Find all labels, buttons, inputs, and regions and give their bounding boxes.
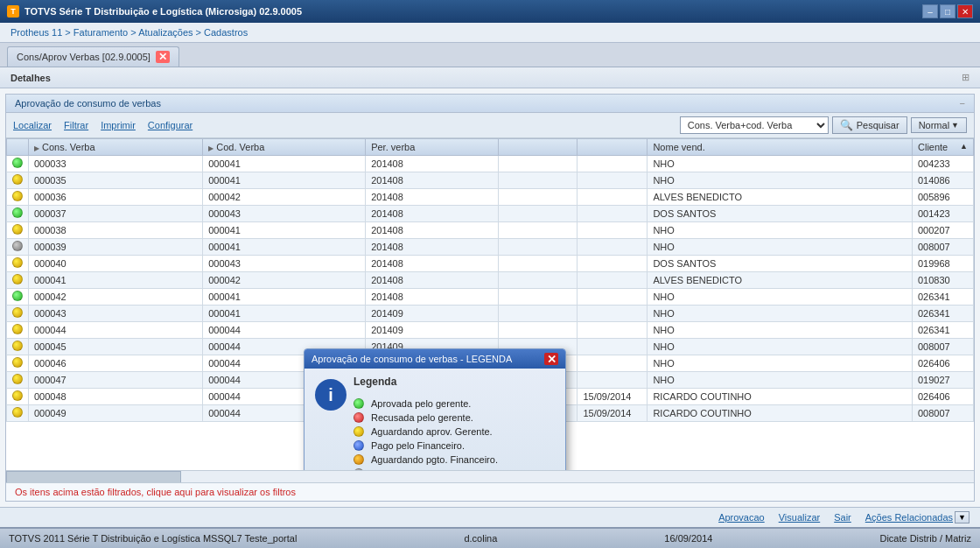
search-button[interactable]: 🔍 Pesquisar [832, 116, 907, 134]
scrollbar-thumb[interactable] [6, 471, 181, 482]
cons-verba-cell: 000036 [29, 189, 203, 206]
sort-icon: ▶ [34, 144, 39, 152]
legend-items: Aprovada pelo gerente. Recusada pelo ger… [354, 397, 555, 470]
status-bar: TOTVS 2011 Série T Distribuição e Logíst… [0, 527, 980, 548]
legend-item-text: Verifique com financeiro. [371, 468, 476, 470]
table-row[interactable]: 000038 000041 201408 NHO 000207 [7, 222, 974, 239]
configurar-button[interactable]: Configurar [148, 120, 192, 130]
type-cell [499, 239, 578, 256]
localizar-button[interactable]: Localizar [13, 120, 52, 130]
per-verba-cell: 201408 [366, 272, 499, 289]
cliente-cell: 014086 [913, 172, 974, 189]
status-cell [7, 222, 29, 239]
legend-dot [354, 412, 364, 423]
status-app: TOTVS 2011 Série T Distribuição e Logíst… [9, 533, 297, 544]
table-row[interactable]: 000040 000043 201408 DOS SANTOS 019968 [7, 256, 974, 272]
type-cell [499, 272, 578, 289]
cons-verba-cell: 000048 [29, 389, 203, 405]
table-header-row: ▶ Cons. Verba ▶ Cod. Verba Per. verba [7, 139, 974, 156]
cod-verba-cell: 000041 [203, 239, 366, 256]
search-combo[interactable]: Cons. Verba+cod. Verba Cons. Verba Cod. … [680, 116, 829, 134]
panel-title: Detalhes [10, 73, 51, 83]
panel-expand-icon[interactable]: ⊞ [962, 72, 970, 83]
acoes-button[interactable]: Ações Relacionadas [865, 512, 953, 523]
dialog-body: i Legenda Aprovada pelo gerente. Recusad… [304, 369, 565, 470]
legend-dot [354, 440, 364, 451]
col-nome-vend-header[interactable]: Nome vend. [648, 139, 913, 156]
cliente-cell: 010830 [913, 272, 974, 289]
legend-item-text: Recusada pelo gerente. [371, 412, 473, 423]
type-cell [499, 306, 578, 322]
per-verba-cell: 201408 [366, 239, 499, 256]
minimize-button[interactable]: – [922, 4, 938, 18]
filtrar-button[interactable]: Filtrar [64, 120, 88, 130]
status-dot [12, 224, 23, 235]
col-cons-verba-header[interactable]: ▶ Cons. Verba [29, 139, 203, 156]
cons-verba-cell: 000037 [29, 206, 203, 222]
close-window-button[interactable]: ✕ [957, 4, 973, 18]
cons-verba-cell: 000043 [29, 306, 203, 322]
table-row[interactable]: 000041 000042 201408 ALVES BENEDICTO 010… [7, 272, 974, 289]
legend-item: Aguardando aprov. Gerente. [354, 425, 555, 439]
legend-dialog[interactable]: Aprovação de consumo de verbas - LEGENDA… [304, 348, 566, 470]
col-cod-verba-header[interactable]: ▶ Cod. Verba [203, 139, 366, 156]
col-per-verba-header[interactable]: Per. verba [366, 139, 499, 156]
sair-button[interactable]: Sair [834, 512, 851, 523]
col-cliente-header[interactable]: Cliente ▲ [913, 139, 974, 156]
per-verba-cell: 201408 [366, 256, 499, 272]
mode-button[interactable]: Normal ▼ [911, 117, 967, 133]
table-row[interactable]: 000044 000044 201409 NHO 026341 [7, 322, 974, 339]
cod-verba-cell: 000041 [203, 172, 366, 189]
status-cell [7, 189, 29, 206]
nome-vend-cell: RICARDO COUTINHO [648, 389, 913, 405]
horizontal-scrollbar[interactable] [6, 470, 974, 482]
cons-verba-cell: 000040 [29, 256, 203, 272]
type-cell [499, 189, 578, 206]
table-row[interactable]: 000036 000042 201408 ALVES BENEDICTO 005… [7, 189, 974, 206]
acoes-dropdown-button[interactable]: ▼ [955, 511, 970, 523]
scroll-up-icon[interactable]: ▲ [960, 142, 968, 151]
cliente-cell: 026341 [913, 322, 974, 339]
filter-notice[interactable]: Os itens acima estão filtrados, clique a… [6, 482, 974, 501]
table-row[interactable]: 000035 000041 201408 NHO 014086 [7, 172, 974, 189]
dialog-title-bar: Aprovação de consumo de verbas - LEGENDA… [304, 349, 565, 369]
table-row[interactable]: 000042 000041 201408 NHO 026341 [7, 289, 974, 306]
tab-cons-aprov[interactable]: Cons/Aprov Verbas [02.9.0005] ✕ [7, 46, 179, 67]
table-row[interactable]: 000039 000041 201408 NHO 008007 [7, 239, 974, 256]
per-verba-cell: 201408 [366, 172, 499, 189]
title-bar-left: T TOTVS Série T Distribuição e Logística… [7, 5, 302, 18]
cod-verba-cell: 000041 [203, 222, 366, 239]
type-cell [499, 322, 578, 339]
nome-vend-cell: NHO [648, 372, 913, 389]
breadcrumb-bar: Protheus 11 > Faturamento > Atualizações… [0, 23, 980, 43]
legend-item-text: Pago pelo Financeiro. [371, 440, 465, 451]
nome-vend-cell: NHO [648, 355, 913, 372]
maximize-button[interactable]: □ [940, 4, 956, 18]
table-container[interactable]: ▶ Cons. Verba ▶ Cod. Verba Per. verba [6, 138, 974, 470]
visualizar-button[interactable]: Visualizar [779, 512, 821, 523]
cliente-cell: 008007 [913, 239, 974, 256]
cliente-cell: 004233 [913, 156, 974, 172]
tab-close-icon[interactable]: ✕ [156, 51, 170, 63]
nome-vend-cell: NHO [648, 172, 913, 189]
table-row[interactable]: 000037 000043 201408 DOS SANTOS 001423 [7, 206, 974, 222]
nome-vend-cell: NHO [648, 289, 913, 306]
col-date-header[interactable] [578, 139, 648, 156]
legend-item-text: Aprovada pelo gerente. [371, 398, 471, 409]
table-row[interactable]: 000033 000041 201408 NHO 004233 [7, 156, 974, 172]
imprimir-button[interactable]: Imprimir [101, 120, 136, 130]
aprovacao-button[interactable]: Aprovacao [718, 512, 765, 523]
cliente-cell: 026341 [913, 306, 974, 322]
status-date: 16/09/2014 [664, 533, 712, 544]
dialog-close-button[interactable]: ✕ [544, 353, 558, 365]
nome-vend-cell: NHO [648, 322, 913, 339]
status-dot [12, 291, 23, 301]
table-row[interactable]: 000043 000041 201409 NHO 026341 [7, 306, 974, 322]
status-dot [12, 207, 23, 218]
nome-vend-cell: RICARDO COUTINHO [648, 405, 913, 422]
legend-item-text: Aguardando pgto. Financeiro. [371, 454, 498, 465]
col-type-header[interactable] [499, 139, 578, 156]
filter-area: Cons. Verba+cod. Verba Cons. Verba Cod. … [680, 116, 967, 134]
section-collapse-icon[interactable]: − [960, 98, 965, 109]
dialog-title-text: Aprovação de consumo de verbas - LEGENDA [312, 354, 512, 364]
